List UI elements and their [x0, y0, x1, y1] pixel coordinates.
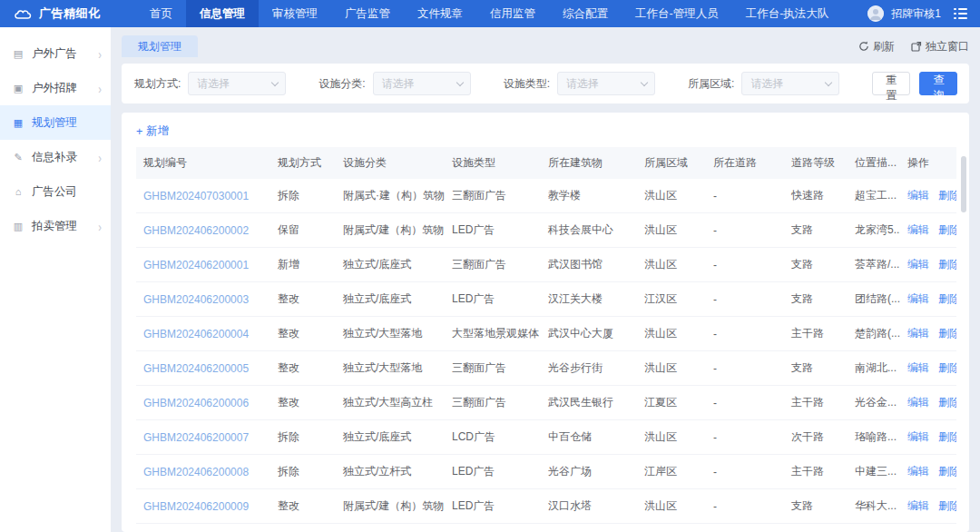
edit-link[interactable]: 编辑: [907, 499, 929, 512]
planning-icon: ▦: [11, 117, 25, 129]
table-row: GHBM202406200009 整改 附属式/建（构）筑物... LED广告 …: [136, 489, 956, 524]
plan-method-select[interactable]: 请选择: [188, 72, 286, 95]
table-row: GHBM202406200005 整改 独立式/大型落地 三翻面广告 光谷步行街…: [136, 351, 956, 386]
delete-link[interactable]: 删除: [938, 361, 956, 374]
top-menu-item-credit-supervision[interactable]: 信用监管: [476, 0, 549, 27]
delete-link[interactable]: 删除: [938, 189, 956, 202]
cell-road-level: 主干路: [784, 317, 848, 351]
top-menu-item-info-mgmt[interactable]: 信息管理: [186, 0, 259, 27]
planning-table: 规划编号规划方式设施分类设施类型所在建筑物所属区域所在道路道路等级位置描...操…: [136, 147, 956, 532]
delete-link[interactable]: 删除: [938, 465, 956, 478]
cell-region: 江汉区: [637, 282, 706, 317]
plan-id-link[interactable]: GHBM202407030001: [143, 190, 249, 202]
cell-facility-type: 实物造型广告: [445, 524, 541, 532]
sidebar-item-ad-company[interactable]: ⌂ 广告公司: [0, 174, 111, 209]
edit-link[interactable]: 编辑: [907, 292, 929, 305]
cell-plan-method: 整改: [270, 489, 336, 524]
plan-id-link[interactable]: GHBM202406200009: [143, 500, 249, 513]
plan-id-link[interactable]: GHBM202406200007: [143, 431, 249, 444]
edit-link[interactable]: 编辑: [907, 223, 929, 236]
cell-facility-category: 独立式/底座式: [336, 420, 445, 455]
edit-link[interactable]: 编辑: [907, 361, 929, 374]
sidebar-item-info-supplement[interactable]: ✎ 信息补录 ›: [0, 140, 111, 174]
search-button[interactable]: 查询: [919, 72, 957, 95]
plan-id-link[interactable]: GHBM202406200002: [143, 224, 249, 237]
delete-link[interactable]: 删除: [938, 430, 956, 443]
top-menu-item-workbench-enforcement[interactable]: 工作台-执法大队: [732, 0, 843, 27]
cell-plan-method: 保留: [270, 213, 336, 248]
chevron-down-icon: [271, 79, 279, 86]
top-menu-item-workbench-admin[interactable]: 工作台-管理人员: [622, 0, 732, 27]
chevron-right-icon: ›: [98, 46, 102, 62]
edit-link[interactable]: 编辑: [907, 189, 929, 202]
plan-id-link[interactable]: GHBM202406200003: [143, 293, 249, 306]
edit-link[interactable]: 编辑: [907, 465, 929, 478]
cell-facility-category: 独立式/大型高立柱: [336, 386, 445, 420]
cell-region: 洪山区: [637, 179, 706, 213]
add-button[interactable]: + 新增: [136, 123, 169, 139]
region-select[interactable]: 请选择: [741, 72, 839, 95]
delete-link[interactable]: 删除: [938, 499, 956, 512]
cell-location: 光谷金...: [848, 386, 900, 420]
cell-building: 光谷步行街: [541, 351, 637, 386]
hamburger-menu-icon[interactable]: [954, 8, 967, 20]
sidebar-item-outdoor-ad[interactable]: ▤ 户外广告 ›: [0, 36, 111, 71]
plan-id-link[interactable]: GHBM202406200006: [143, 397, 249, 409]
sidebar-item-planning-mgmt[interactable]: ▦ 规划管理: [0, 105, 111, 140]
view-tools: 刷新 独立窗口: [858, 39, 969, 54]
table-row: GHBM202406200004 整改 独立式/大型落地 大型落地景观媒体 武汉…: [136, 317, 956, 351]
edit-link[interactable]: 编辑: [907, 327, 929, 340]
sidebar-item-outdoor-sign[interactable]: ▣ 户外招牌 ›: [0, 71, 111, 105]
independent-window-button[interactable]: 独立窗口: [911, 39, 969, 54]
delete-link[interactable]: 删除: [938, 292, 956, 305]
plan-id-link[interactable]: GHBM202406200008: [143, 466, 249, 478]
top-menu-item-home[interactable]: 首页: [136, 0, 186, 27]
cell-building: 光谷广场: [541, 455, 637, 489]
user-name[interactable]: 招牌审核1: [891, 6, 941, 22]
reset-button[interactable]: 重置: [872, 72, 910, 95]
user-avatar-icon[interactable]: [867, 5, 884, 22]
sidebar: ▤ 户外广告 › ▣ 户外招牌 › ▦ 规划管理 ✎ 信息补录 › ⌂ 广告公司…: [0, 27, 111, 532]
top-menu-item-audit-mgmt[interactable]: 审核管理: [259, 0, 331, 27]
cell-road: -: [706, 420, 784, 455]
facility-category-select[interactable]: 请选择: [373, 72, 471, 95]
cell-plan-method: 新增: [270, 248, 336, 282]
sidebar-item-auction-mgmt[interactable]: ▥ 拍卖管理 ›: [0, 209, 111, 243]
tab-planning-management[interactable]: 规划管理: [122, 35, 198, 57]
top-menu-item-ad-supervision[interactable]: 广告监管: [331, 0, 404, 27]
plan-id-link[interactable]: GHBM202406200004: [143, 328, 249, 340]
cell-building: 武汉民生银行: [541, 386, 637, 420]
delete-link[interactable]: 删除: [938, 396, 956, 409]
cell-facility-type: LED广告: [445, 282, 541, 317]
cell-region: 洪山区: [637, 351, 706, 386]
filter-plan-method: 规划方式: 请选择: [134, 72, 286, 95]
edit-link[interactable]: 编辑: [907, 258, 929, 271]
billboard-icon: ▤: [11, 48, 25, 60]
signboard-icon: ▣: [11, 83, 25, 94]
edit-link[interactable]: 编辑: [907, 396, 929, 409]
cell-road: -: [706, 489, 784, 524]
table-row: GHBM202407030001 拆除 附属式·建（构）筑物... 三翻面广告 …: [136, 179, 956, 213]
cell-region: 洪山区: [637, 317, 706, 351]
cell-facility-category: 附属式/建（构）筑物...: [336, 213, 445, 248]
cell-location: 中建三...: [848, 455, 900, 489]
delete-link[interactable]: 删除: [938, 327, 956, 340]
vertical-scrollbar[interactable]: [961, 156, 966, 212]
cell-location: 团结路(...: [848, 282, 900, 317]
top-menu-item-comprehensive-config[interactable]: 综合配置: [549, 0, 622, 27]
cell-road: -: [706, 351, 784, 386]
edit-link[interactable]: 编辑: [907, 430, 929, 443]
top-menu-item-file-rules[interactable]: 文件规章: [404, 0, 476, 27]
plan-id-link[interactable]: GHBM202406200005: [143, 362, 249, 375]
cell-region: 洪山区: [637, 248, 706, 282]
facility-type-select[interactable]: 请选择: [557, 72, 655, 95]
plan-id-link[interactable]: GHBM202406200001: [143, 259, 249, 271]
cell-building: 武汉图书馆: [541, 248, 637, 282]
cell-road-level: 主干路: [784, 386, 848, 420]
tab-bar: 规划管理 刷新 独立窗口: [122, 34, 969, 58]
cell-location: 超宝工...: [848, 179, 900, 213]
delete-link[interactable]: 删除: [938, 223, 956, 236]
delete-link[interactable]: 删除: [938, 258, 956, 271]
filter-actions: 重置 查询: [872, 72, 957, 95]
refresh-button[interactable]: 刷新: [858, 39, 895, 54]
